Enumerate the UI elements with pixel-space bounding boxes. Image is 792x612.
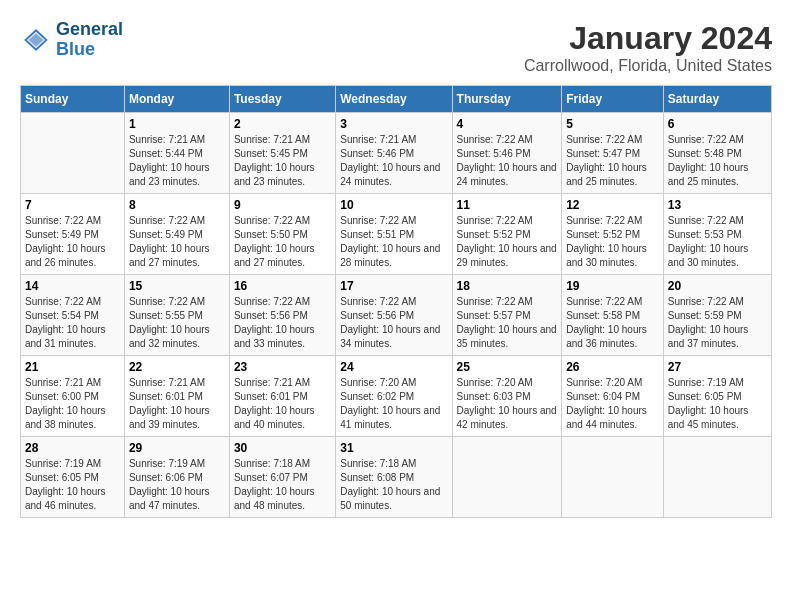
day-info: Sunrise: 7:22 AMSunset: 5:59 PMDaylight:… — [668, 295, 767, 351]
calendar-cell: 6Sunrise: 7:22 AMSunset: 5:48 PMDaylight… — [663, 113, 771, 194]
calendar-week-2: 7Sunrise: 7:22 AMSunset: 5:49 PMDaylight… — [21, 194, 772, 275]
day-info: Sunrise: 7:22 AMSunset: 5:58 PMDaylight:… — [566, 295, 659, 351]
calendar-cell: 31Sunrise: 7:18 AMSunset: 6:08 PMDayligh… — [336, 437, 452, 518]
calendar-cell: 19Sunrise: 7:22 AMSunset: 5:58 PMDayligh… — [562, 275, 664, 356]
day-header-sunday: Sunday — [21, 86, 125, 113]
calendar-cell: 1Sunrise: 7:21 AMSunset: 5:44 PMDaylight… — [124, 113, 229, 194]
day-number: 20 — [668, 279, 767, 293]
day-number: 5 — [566, 117, 659, 131]
calendar-cell: 20Sunrise: 7:22 AMSunset: 5:59 PMDayligh… — [663, 275, 771, 356]
day-info: Sunrise: 7:21 AMSunset: 5:45 PMDaylight:… — [234, 133, 331, 189]
day-info: Sunrise: 7:22 AMSunset: 5:53 PMDaylight:… — [668, 214, 767, 270]
day-number: 3 — [340, 117, 447, 131]
day-info: Sunrise: 7:21 AMSunset: 5:44 PMDaylight:… — [129, 133, 225, 189]
calendar-cell: 2Sunrise: 7:21 AMSunset: 5:45 PMDaylight… — [229, 113, 335, 194]
day-info: Sunrise: 7:21 AMSunset: 6:01 PMDaylight:… — [234, 376, 331, 432]
day-info: Sunrise: 7:22 AMSunset: 5:49 PMDaylight:… — [25, 214, 120, 270]
calendar-week-3: 14Sunrise: 7:22 AMSunset: 5:54 PMDayligh… — [21, 275, 772, 356]
day-number: 11 — [457, 198, 558, 212]
day-number: 9 — [234, 198, 331, 212]
calendar-cell: 14Sunrise: 7:22 AMSunset: 5:54 PMDayligh… — [21, 275, 125, 356]
day-info: Sunrise: 7:19 AMSunset: 6:05 PMDaylight:… — [25, 457, 120, 513]
calendar-cell: 26Sunrise: 7:20 AMSunset: 6:04 PMDayligh… — [562, 356, 664, 437]
calendar-cell: 24Sunrise: 7:20 AMSunset: 6:02 PMDayligh… — [336, 356, 452, 437]
day-number: 6 — [668, 117, 767, 131]
day-number: 31 — [340, 441, 447, 455]
day-number: 10 — [340, 198, 447, 212]
day-number: 16 — [234, 279, 331, 293]
day-info: Sunrise: 7:20 AMSunset: 6:02 PMDaylight:… — [340, 376, 447, 432]
calendar-cell: 30Sunrise: 7:18 AMSunset: 6:07 PMDayligh… — [229, 437, 335, 518]
day-info: Sunrise: 7:22 AMSunset: 5:56 PMDaylight:… — [340, 295, 447, 351]
calendar-cell: 29Sunrise: 7:19 AMSunset: 6:06 PMDayligh… — [124, 437, 229, 518]
day-header-thursday: Thursday — [452, 86, 562, 113]
day-info: Sunrise: 7:22 AMSunset: 5:47 PMDaylight:… — [566, 133, 659, 189]
day-number: 4 — [457, 117, 558, 131]
day-number: 24 — [340, 360, 447, 374]
calendar-cell: 28Sunrise: 7:19 AMSunset: 6:05 PMDayligh… — [21, 437, 125, 518]
calendar-cell: 11Sunrise: 7:22 AMSunset: 5:52 PMDayligh… — [452, 194, 562, 275]
calendar-cell — [21, 113, 125, 194]
day-number: 25 — [457, 360, 558, 374]
calendar-week-1: 1Sunrise: 7:21 AMSunset: 5:44 PMDaylight… — [21, 113, 772, 194]
calendar-cell: 17Sunrise: 7:22 AMSunset: 5:56 PMDayligh… — [336, 275, 452, 356]
day-number: 1 — [129, 117, 225, 131]
title-block: January 2024 Carrollwood, Florida, Unite… — [524, 20, 772, 75]
calendar-cell: 21Sunrise: 7:21 AMSunset: 6:00 PMDayligh… — [21, 356, 125, 437]
calendar-cell: 22Sunrise: 7:21 AMSunset: 6:01 PMDayligh… — [124, 356, 229, 437]
calendar-cell: 8Sunrise: 7:22 AMSunset: 5:49 PMDaylight… — [124, 194, 229, 275]
logo: General Blue — [20, 20, 123, 60]
day-info: Sunrise: 7:22 AMSunset: 5:57 PMDaylight:… — [457, 295, 558, 351]
calendar-table: SundayMondayTuesdayWednesdayThursdayFrid… — [20, 85, 772, 518]
day-header-wednesday: Wednesday — [336, 86, 452, 113]
day-number: 22 — [129, 360, 225, 374]
day-info: Sunrise: 7:20 AMSunset: 6:03 PMDaylight:… — [457, 376, 558, 432]
day-info: Sunrise: 7:22 AMSunset: 5:54 PMDaylight:… — [25, 295, 120, 351]
calendar-cell: 18Sunrise: 7:22 AMSunset: 5:57 PMDayligh… — [452, 275, 562, 356]
day-number: 13 — [668, 198, 767, 212]
day-info: Sunrise: 7:22 AMSunset: 5:50 PMDaylight:… — [234, 214, 331, 270]
calendar-cell: 13Sunrise: 7:22 AMSunset: 5:53 PMDayligh… — [663, 194, 771, 275]
day-info: Sunrise: 7:18 AMSunset: 6:07 PMDaylight:… — [234, 457, 331, 513]
calendar-cell — [452, 437, 562, 518]
day-info: Sunrise: 7:22 AMSunset: 5:55 PMDaylight:… — [129, 295, 225, 351]
day-info: Sunrise: 7:22 AMSunset: 5:52 PMDaylight:… — [457, 214, 558, 270]
day-info: Sunrise: 7:19 AMSunset: 6:05 PMDaylight:… — [668, 376, 767, 432]
day-number: 29 — [129, 441, 225, 455]
logo-icon — [20, 24, 52, 56]
calendar-cell: 7Sunrise: 7:22 AMSunset: 5:49 PMDaylight… — [21, 194, 125, 275]
calendar-cell: 4Sunrise: 7:22 AMSunset: 5:46 PMDaylight… — [452, 113, 562, 194]
calendar-cell: 16Sunrise: 7:22 AMSunset: 5:56 PMDayligh… — [229, 275, 335, 356]
page-header: General Blue January 2024 Carrollwood, F… — [20, 20, 772, 75]
day-number: 18 — [457, 279, 558, 293]
day-info: Sunrise: 7:22 AMSunset: 5:48 PMDaylight:… — [668, 133, 767, 189]
day-info: Sunrise: 7:21 AMSunset: 6:00 PMDaylight:… — [25, 376, 120, 432]
page-title: January 2024 — [524, 20, 772, 57]
day-info: Sunrise: 7:22 AMSunset: 5:56 PMDaylight:… — [234, 295, 331, 351]
calendar-header-row: SundayMondayTuesdayWednesdayThursdayFrid… — [21, 86, 772, 113]
day-number: 7 — [25, 198, 120, 212]
calendar-cell — [562, 437, 664, 518]
day-info: Sunrise: 7:21 AMSunset: 5:46 PMDaylight:… — [340, 133, 447, 189]
calendar-week-5: 28Sunrise: 7:19 AMSunset: 6:05 PMDayligh… — [21, 437, 772, 518]
day-number: 8 — [129, 198, 225, 212]
calendar-week-4: 21Sunrise: 7:21 AMSunset: 6:00 PMDayligh… — [21, 356, 772, 437]
day-info: Sunrise: 7:19 AMSunset: 6:06 PMDaylight:… — [129, 457, 225, 513]
calendar-cell: 9Sunrise: 7:22 AMSunset: 5:50 PMDaylight… — [229, 194, 335, 275]
calendar-cell: 25Sunrise: 7:20 AMSunset: 6:03 PMDayligh… — [452, 356, 562, 437]
day-number: 14 — [25, 279, 120, 293]
day-number: 28 — [25, 441, 120, 455]
day-number: 17 — [340, 279, 447, 293]
day-number: 19 — [566, 279, 659, 293]
calendar-cell: 27Sunrise: 7:19 AMSunset: 6:05 PMDayligh… — [663, 356, 771, 437]
calendar-cell — [663, 437, 771, 518]
day-info: Sunrise: 7:22 AMSunset: 5:52 PMDaylight:… — [566, 214, 659, 270]
day-info: Sunrise: 7:18 AMSunset: 6:08 PMDaylight:… — [340, 457, 447, 513]
day-header-friday: Friday — [562, 86, 664, 113]
logo-text-blue: Blue — [56, 39, 95, 59]
calendar-cell: 15Sunrise: 7:22 AMSunset: 5:55 PMDayligh… — [124, 275, 229, 356]
day-header-monday: Monday — [124, 86, 229, 113]
day-info: Sunrise: 7:21 AMSunset: 6:01 PMDaylight:… — [129, 376, 225, 432]
day-number: 12 — [566, 198, 659, 212]
logo-text-block: General Blue — [56, 20, 123, 60]
